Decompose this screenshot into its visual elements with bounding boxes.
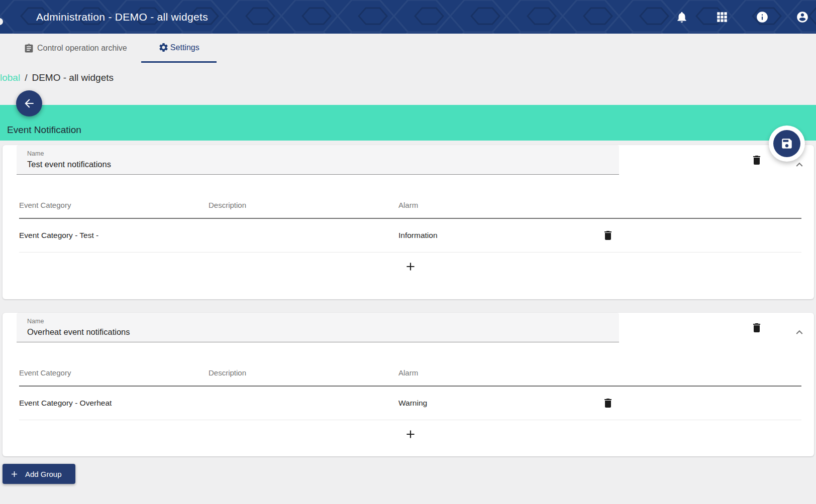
groups-list: Name Test event notifications Event Cate…	[0, 145, 816, 456]
name-field-label: Name	[27, 150, 619, 157]
tab-archive-label: Control operation archive	[37, 44, 127, 53]
name-field-label: Name	[27, 318, 619, 325]
section-banner: Event Notification	[0, 105, 816, 141]
table-header-row: Event Category Description Alarm	[19, 342, 801, 387]
chevron-up-icon	[793, 158, 806, 171]
bell-icon	[675, 11, 688, 24]
plus-icon	[404, 260, 417, 273]
column-description: Description	[209, 368, 398, 377]
apps-grid-button[interactable]	[716, 11, 729, 24]
event-table: Event Category Description Alarm Event C…	[19, 342, 801, 448]
tab-settings-label: Settings	[170, 43, 199, 52]
cell-alarm: Information	[398, 231, 600, 240]
page-title: Administration - DEMO - all widgets	[36, 11, 208, 23]
add-row-area	[19, 420, 801, 448]
name-field-value: Overheat event notifications	[27, 327, 619, 337]
tab-bar: Control operation archive Settings	[0, 34, 816, 63]
back-button[interactable]	[16, 90, 42, 116]
cell-event-category: Event Category - Test -	[19, 231, 209, 240]
add-group-button[interactable]: Add Group	[3, 464, 75, 484]
table-row: Event Category - Overheat Warning	[19, 387, 801, 420]
table-row: Event Category - Test - Information	[19, 219, 801, 253]
add-row-area	[19, 253, 801, 281]
trash-icon	[751, 322, 763, 334]
info-icon	[756, 11, 769, 24]
trash-icon	[751, 154, 763, 166]
name-field[interactable]: Name Test event notifications	[17, 145, 619, 175]
delete-group-button[interactable]	[749, 320, 764, 335]
section-header-wrap: Event Notification	[0, 105, 816, 141]
header-actions	[675, 11, 816, 24]
gear-icon	[158, 42, 169, 53]
info-button[interactable]	[756, 11, 769, 24]
column-event-category: Event Category	[19, 201, 209, 209]
column-description: Description	[209, 201, 398, 209]
add-row-button[interactable]	[400, 424, 421, 444]
tab-settings[interactable]: Settings	[141, 34, 217, 63]
app-root: Administration - DEMO - all widgets Cont…	[0, 0, 816, 484]
collapse-group-button[interactable]	[792, 325, 807, 340]
breadcrumb: lobal / DEMO - all widgets	[0, 71, 816, 84]
app-header: Administration - DEMO - all widgets	[0, 0, 816, 34]
tab-control-operation-archive[interactable]: Control operation archive	[24, 34, 127, 63]
clipboard-icon	[24, 43, 34, 54]
add-row-button[interactable]	[400, 257, 421, 277]
add-group-label: Add Group	[25, 470, 62, 478]
delete-row-button[interactable]	[600, 396, 616, 411]
save-icon	[780, 137, 793, 150]
delete-group-button[interactable]	[749, 153, 764, 168]
column-alarm: Alarm	[398, 368, 600, 377]
account-button[interactable]	[796, 11, 809, 24]
apps-grid-icon	[716, 11, 729, 24]
table-header-row: Event Category Description Alarm	[19, 175, 801, 219]
column-event-category: Event Category	[19, 368, 209, 377]
name-field-value: Test event notifications	[27, 160, 619, 169]
cell-alarm: Warning	[398, 399, 600, 408]
chevron-up-icon	[793, 326, 806, 339]
plus-icon	[404, 428, 417, 441]
plus-icon	[10, 469, 19, 479]
trash-icon	[602, 229, 614, 241]
breadcrumb-root-link[interactable]: lobal	[0, 72, 20, 83]
back-arrow-icon	[23, 97, 36, 110]
cell-event-category: Event Category - Overheat	[19, 399, 209, 408]
trash-icon	[602, 397, 614, 409]
delete-row-button[interactable]	[600, 228, 616, 243]
breadcrumb-separator: /	[25, 72, 27, 83]
notifications-button[interactable]	[675, 11, 688, 24]
save-button-inner	[773, 130, 800, 157]
group-card-test: Name Test event notifications Event Cate…	[3, 145, 814, 299]
column-alarm: Alarm	[398, 201, 600, 209]
breadcrumb-current: DEMO - all widgets	[32, 72, 114, 83]
group-card-overheat: Name Overheat event notifications Event …	[3, 313, 814, 456]
save-button[interactable]	[769, 125, 805, 162]
section-title: Event Notification	[7, 124, 81, 136]
name-field[interactable]: Name Overheat event notifications	[17, 313, 619, 342]
event-table: Event Category Description Alarm Event C…	[19, 175, 801, 281]
account-icon	[796, 11, 809, 24]
